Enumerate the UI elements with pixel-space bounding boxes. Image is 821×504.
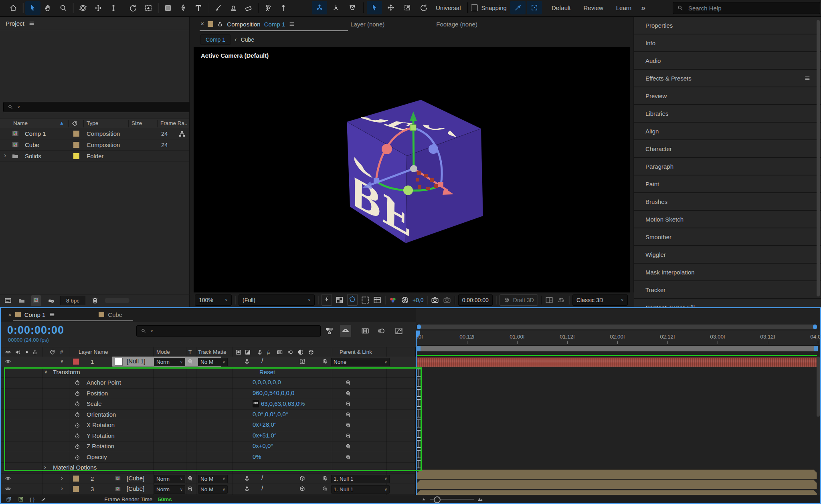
sidebar-panel-label[interactable]: Tracker — [645, 286, 665, 293]
collapse-transformations-icon[interactable] — [244, 358, 250, 365]
solo-icon[interactable] — [24, 349, 30, 355]
parent-pickwhip-icon[interactable] — [322, 358, 328, 365]
timeline-menu-icon[interactable] — [49, 311, 55, 318]
new-folder-icon[interactable] — [18, 296, 26, 304]
property-value[interactable]: 0,0,0,0,0,0 — [253, 379, 281, 385]
quality-icon[interactable]: / — [261, 474, 263, 482]
layer-duration-bar[interactable] — [417, 490, 817, 496]
layer-label-swatch[interactable] — [73, 486, 79, 492]
column-t[interactable]: T — [188, 349, 192, 355]
quality-icon[interactable]: / — [261, 485, 263, 492]
stopwatch-icon[interactable] — [74, 379, 81, 386]
blend-mode-select[interactable]: Norm∨ — [154, 475, 185, 483]
keyframe-in-marker[interactable] — [417, 419, 421, 427]
track-matte-select[interactable]: No M∨ — [198, 358, 228, 366]
layer-visibility-icon[interactable] — [5, 358, 11, 365]
transform-group-row[interactable]: ∨ Transform Reset — [1, 367, 416, 378]
workspace-default[interactable]: Default — [545, 4, 577, 11]
interpret-footage-icon[interactable] — [4, 296, 12, 304]
tab-composition-name[interactable]: Comp 1 — [264, 21, 285, 28]
brush-tool[interactable] — [210, 1, 226, 15]
layer-row-null[interactable]: ∨ 1 [Null 1] Norm∨ No M∨ / None∨ — [1, 357, 416, 367]
sidebar-panel-label[interactable]: Paragraph — [645, 163, 673, 170]
time-navigator[interactable] — [417, 325, 817, 329]
sidebar-panel-label[interactable]: Motion Sketch — [645, 216, 683, 223]
work-area-end-handle[interactable] — [814, 346, 818, 351]
column-track-matte[interactable]: Track Matte — [198, 349, 226, 355]
item-name[interactable]: Cube — [25, 141, 39, 148]
transform-property-row[interactable]: X Rotation 0x+28,0° — [1, 420, 416, 431]
graph-editor-icon[interactable] — [394, 327, 403, 335]
expression-pickwhip-icon[interactable] — [345, 422, 351, 428]
zoom-out-icon[interactable] — [421, 496, 427, 502]
exposure-icon[interactable] — [400, 296, 409, 304]
zoom-slider-track[interactable] — [430, 499, 474, 500]
folder-expander-icon[interactable]: › — [4, 152, 6, 159]
blend-mode-icon[interactable] — [235, 349, 242, 355]
blend-mode-select[interactable]: Norm∨ — [154, 485, 185, 494]
keyframe-in-marker[interactable] — [417, 460, 421, 468]
track-matte-icon[interactable] — [245, 349, 251, 355]
audio-icon[interactable] — [14, 349, 21, 355]
track-area[interactable]: 0:00f 00:12f 01:00f 01:12f 02:00f 02:12f… — [416, 308, 820, 495]
sidebar-panel-label[interactable]: Smoother — [645, 234, 671, 240]
motion-blur-icon[interactable] — [377, 327, 386, 335]
collapse-transformations-icon[interactable] — [244, 475, 250, 482]
sidebar-panel-item[interactable]: Wiggler — [634, 246, 821, 263]
3d-view-layout-icon[interactable] — [545, 296, 554, 304]
item-name[interactable]: Solids — [25, 153, 41, 159]
sidebar-panel-label[interactable]: Content-Aware Fill — [645, 304, 695, 308]
transform-property-row[interactable]: Y Rotation 0x+51,0° — [1, 431, 416, 442]
gizmo-move[interactable] — [383, 1, 398, 14]
collapse-chevron-icon[interactable]: ∨ — [60, 358, 64, 364]
frame-blend-icon[interactable] — [361, 327, 370, 335]
transform-group-label[interactable]: Transform — [53, 369, 80, 375]
sidebar-panel-item[interactable]: Audio — [634, 52, 821, 69]
parent-select[interactable]: 1. Null 1∨ — [331, 475, 390, 483]
collapse-transformations-icon[interactable] — [257, 349, 263, 355]
label-swatch[interactable] — [73, 142, 79, 148]
column-index[interactable]: # — [60, 349, 63, 355]
blend-mode-select[interactable]: Norm∨ — [154, 358, 185, 366]
home-tool[interactable] — [6, 1, 21, 15]
stopwatch-icon[interactable] — [74, 454, 81, 460]
timeline-tab-cube[interactable]: Cube — [108, 311, 122, 318]
link-icon-box[interactable] — [253, 400, 259, 407]
draft-3d-button[interactable]: Draft 3D — [499, 294, 538, 306]
resolution-select[interactable]: (Full)∨ — [239, 294, 315, 306]
cube-3d-object[interactable]: CU BE CU BE BE CU — [344, 97, 485, 246]
timeline-tab-comp1[interactable]: Comp 1 — [24, 311, 46, 318]
composition-viewport[interactable]: Active Camera (Default) CU BE — [194, 47, 630, 292]
navigator-end-handle[interactable] — [813, 325, 817, 329]
property-value[interactable]: 63,0,63,0,63,0% — [253, 400, 305, 407]
navigator-start-handle[interactable] — [417, 325, 421, 329]
3d-layer-icon[interactable] — [308, 349, 314, 355]
sidebar-panel-item[interactable]: Content-Aware Fill — [634, 299, 821, 307]
sort-ascending-icon[interactable]: ▲ — [59, 120, 64, 126]
expression-pickwhip-icon[interactable] — [345, 390, 351, 397]
expression-pickwhip-icon[interactable] — [345, 433, 351, 439]
three-d-switch-icon[interactable] — [299, 475, 305, 482]
world-axis-mode[interactable] — [328, 1, 344, 14]
layer-name[interactable]: [Cube] — [127, 485, 144, 492]
sidebar-panel-item[interactable]: Libraries — [634, 105, 821, 122]
fx-icon[interactable]: fx — [266, 349, 273, 355]
layer-duration-bar-null[interactable] — [417, 357, 817, 367]
gizmo-rotate[interactable] — [416, 1, 431, 14]
pan-camera-tool[interactable] — [91, 1, 106, 15]
layer-label-swatch[interactable] — [73, 476, 79, 482]
sidebar-panel-item[interactable]: Tracker — [634, 281, 821, 298]
sidebar-panel-label[interactable]: Character — [645, 145, 672, 152]
work-area-start-handle[interactable] — [417, 346, 421, 351]
sidebar-panel-item[interactable]: Mask Interpolation — [634, 264, 821, 280]
keyframe-in-marker[interactable] — [417, 389, 421, 397]
current-time-display[interactable]: 0:00:00:00 — [7, 324, 64, 337]
sidebar-panel-label[interactable]: Brushes — [645, 198, 667, 205]
new-composition-button[interactable] — [31, 295, 41, 306]
expression-pickwhip-icon[interactable] — [345, 379, 351, 386]
keyframe-in-marker[interactable] — [417, 450, 421, 458]
adjustment-layer-icon[interactable] — [297, 349, 304, 355]
gizmo-select[interactable] — [367, 1, 382, 14]
workspace-learn[interactable]: Learn — [610, 4, 638, 11]
label-swatch[interactable] — [73, 131, 79, 137]
